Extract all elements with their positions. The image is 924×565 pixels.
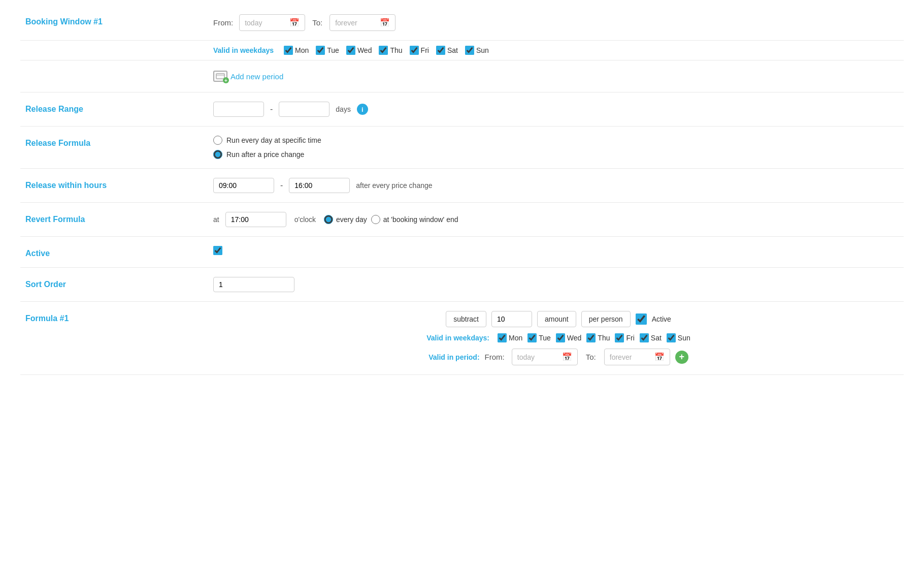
f-checkbox-sat[interactable]	[640, 333, 649, 342]
formula-1-label: Formula #1	[20, 311, 213, 323]
day-label-mon-1: Mon	[295, 46, 309, 54]
day-check-sun-1[interactable]: Sun	[465, 46, 489, 55]
revert-radio-1[interactable]	[324, 215, 333, 224]
checkbox-sat-1[interactable]	[436, 46, 445, 55]
release-formula-radio-2[interactable]	[213, 150, 222, 159]
active-label: Active	[20, 246, 213, 258]
day-label-wed-1: Wed	[357, 46, 372, 54]
f-day-check-tue[interactable]: Tue	[527, 333, 551, 342]
sort-order-input[interactable]	[213, 277, 294, 292]
add-period-plus-icon: +	[223, 77, 229, 83]
release-range-row: Release Range - days i	[20, 92, 904, 127]
release-to-time[interactable]: 16:00	[289, 178, 350, 193]
f-day-label-fri: Fri	[626, 334, 634, 342]
f-day-check-sun[interactable]: Sun	[667, 333, 690, 342]
day-check-tue-1[interactable]: Tue	[316, 46, 339, 55]
oclock-label: o'clock	[294, 215, 316, 224]
day-label-thu-1: Thu	[390, 46, 402, 54]
f-day-label-thu: Thu	[598, 334, 610, 342]
checkbox-tue-1[interactable]	[316, 46, 325, 55]
booking-window-label: Booking Window #1	[20, 14, 213, 26]
f-day-label-sat: Sat	[651, 334, 662, 342]
add-period-green-plus[interactable]: +	[675, 351, 688, 364]
f-checkbox-thu[interactable]	[586, 333, 596, 342]
revert-option1[interactable]: every day	[324, 215, 367, 224]
weekdays-row-1: Valid in weekdays Mon Tue Wed Thu	[213, 46, 489, 55]
formula-type-button[interactable]: amount	[537, 311, 576, 327]
f-checkbox-tue[interactable]	[527, 333, 537, 342]
f-day-check-wed[interactable]: Wed	[556, 333, 582, 342]
revert-radio-2[interactable]	[371, 215, 380, 224]
release-range-max[interactable]	[279, 102, 329, 117]
checkbox-wed-1[interactable]	[346, 46, 355, 55]
f-day-check-thu[interactable]: Thu	[586, 333, 610, 342]
day-check-fri-1[interactable]: Fri	[410, 46, 429, 55]
day-check-wed-1[interactable]: Wed	[346, 46, 372, 55]
active-content	[213, 246, 904, 255]
from-date-input[interactable]: today 📅	[239, 14, 305, 31]
day-label-fri-1: Fri	[421, 46, 429, 54]
release-formula-content: Run every day at specific time Run after…	[213, 136, 904, 159]
formula-active-checkbox[interactable]	[636, 313, 647, 325]
f-checkbox-mon[interactable]	[498, 333, 507, 342]
day-label-sat-1: Sat	[447, 46, 458, 54]
after-every-price-change-label: after every price change	[356, 181, 432, 190]
period-from-label: From:	[485, 353, 505, 361]
period-to-cal-icon[interactable]: 📅	[654, 352, 665, 362]
release-formula-radio-group: Run every day at specific time Run after…	[213, 136, 321, 159]
formula-1-row: Formula #1 subtract amount per person Ac…	[20, 302, 904, 375]
f-checkbox-fri[interactable]	[615, 333, 624, 342]
f-checkbox-sun[interactable]	[667, 333, 676, 342]
revert-option2[interactable]: at 'booking window' end	[371, 215, 458, 224]
info-icon[interactable]: i	[357, 104, 368, 115]
release-formula-option1[interactable]: Run every day at specific time	[213, 136, 321, 145]
valid-weekdays-1-row: Valid in weekdays Mon Tue Wed Thu	[20, 41, 904, 60]
add-new-period-button[interactable]: + Add new period	[213, 68, 283, 85]
from-placeholder: today	[245, 19, 286, 27]
release-formula-radio-1[interactable]	[213, 136, 222, 145]
checkbox-thu-1[interactable]	[379, 46, 388, 55]
formula-value-input[interactable]	[491, 311, 532, 327]
f-day-label-wed: Wed	[567, 334, 582, 342]
from-calendar-icon[interactable]: 📅	[289, 18, 300, 27]
period-from-placeholder: today	[517, 353, 559, 361]
valid-in-period-row: Valid in period: From: today 📅 To: forev…	[428, 349, 688, 365]
formula-operation-button[interactable]: subtract	[446, 311, 486, 327]
period-to-date-input[interactable]: forever 📅	[604, 349, 670, 365]
checkbox-fri-1[interactable]	[410, 46, 419, 55]
f-day-label-mon: Mon	[509, 334, 522, 342]
add-period-row: + Add new period	[20, 60, 904, 92]
sort-order-content	[213, 277, 904, 292]
f-day-check-mon[interactable]: Mon	[498, 333, 522, 342]
day-check-thu-1[interactable]: Thu	[379, 46, 402, 55]
day-label-sun-1: Sun	[476, 46, 489, 54]
to-date-input[interactable]: forever 📅	[329, 14, 395, 31]
f-day-check-fri[interactable]: Fri	[615, 333, 634, 342]
f-day-check-sat[interactable]: Sat	[640, 333, 662, 342]
active-checkbox[interactable]	[213, 246, 222, 255]
revert-time[interactable]	[225, 212, 286, 227]
release-range-dash: -	[270, 105, 273, 114]
add-period-label: Add new period	[230, 72, 283, 81]
revert-option2-label: at 'booking window' end	[383, 215, 458, 224]
day-label-tue-1: Tue	[327, 46, 339, 54]
formula-per-person-button[interactable]: per person	[581, 311, 631, 327]
f-checkbox-wed[interactable]	[556, 333, 565, 342]
sort-order-row: Sort Order	[20, 268, 904, 302]
period-from-date-input[interactable]: today 📅	[512, 349, 578, 365]
f-day-label-tue: Tue	[539, 334, 551, 342]
release-from-time[interactable]: 09:00	[213, 178, 274, 193]
day-check-sat-1[interactable]: Sat	[436, 46, 458, 55]
day-check-mon-1[interactable]: Mon	[284, 46, 309, 55]
checkbox-mon-1[interactable]	[284, 46, 293, 55]
to-calendar-icon[interactable]: 📅	[380, 18, 390, 27]
release-within-hours-label: Release within hours	[20, 178, 213, 190]
formula-1-main-row: subtract amount per person Active	[446, 311, 671, 327]
period-from-cal-icon[interactable]: 📅	[562, 352, 572, 362]
formula-1-content: subtract amount per person Active Valid …	[213, 311, 904, 365]
sort-order-label: Sort Order	[20, 277, 213, 289]
checkbox-sun-1[interactable]	[465, 46, 474, 55]
valid-in-period-label: Valid in period:	[428, 353, 479, 361]
release-range-min[interactable]	[213, 102, 264, 117]
release-formula-option2[interactable]: Run after a price change	[213, 150, 321, 159]
